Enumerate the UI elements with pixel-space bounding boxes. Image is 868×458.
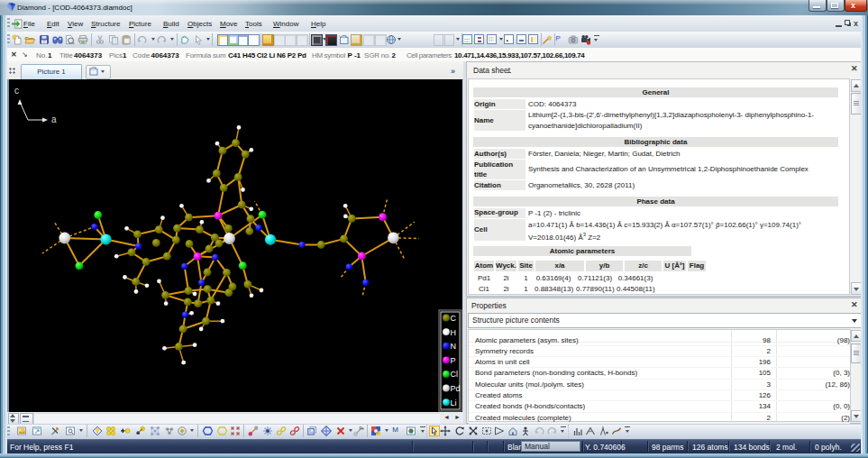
svg-text:Pd: Pd bbox=[451, 384, 461, 393]
svg-text:a: a bbox=[51, 114, 57, 124]
svg-text:H: H bbox=[451, 328, 457, 337]
svg-text:Cl: Cl bbox=[451, 370, 459, 379]
svg-text:N: N bbox=[451, 342, 457, 351]
svg-text:P: P bbox=[451, 356, 456, 365]
svg-text:Fe: Fe bbox=[359, 426, 364, 431]
svg-text:C: C bbox=[451, 314, 457, 323]
svg-text:c: c bbox=[14, 86, 19, 96]
svg-text:Li: Li bbox=[451, 398, 457, 408]
